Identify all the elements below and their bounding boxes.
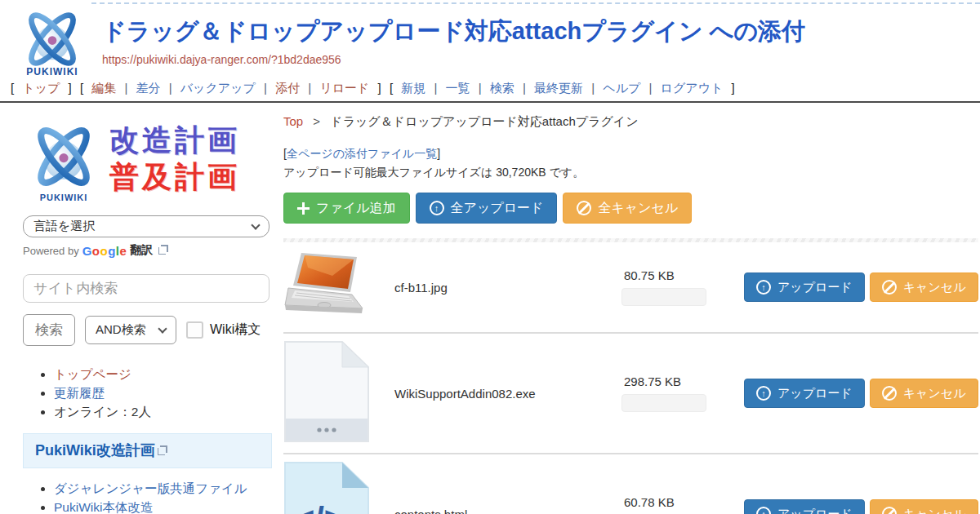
nav-backup[interactable]: バックアップ bbox=[180, 81, 256, 95]
nav-logout[interactable]: ログアウト bbox=[661, 81, 724, 95]
cancel-button[interactable]: キャンセル bbox=[870, 379, 978, 408]
chevron-down-icon bbox=[251, 220, 260, 229]
bracket: [ bbox=[390, 81, 393, 95]
upload-label: アップロード bbox=[777, 386, 853, 401]
add-file-label: ファイル追加 bbox=[316, 200, 396, 217]
file-row: cf-b11.jpg 80.75 KB ↑ アップロード キャンセル bbox=[283, 242, 978, 332]
plus-icon bbox=[297, 202, 310, 215]
site-search-input[interactable] bbox=[23, 274, 270, 303]
upload-button[interactable]: ↑ アップロード bbox=[744, 379, 865, 408]
chevron-down-icon bbox=[158, 324, 167, 333]
nav-top[interactable]: トップ bbox=[22, 81, 60, 95]
generic-file-icon bbox=[283, 340, 370, 443]
file-name: cf-b11.jpg bbox=[391, 281, 621, 295]
upload-circle-icon: ↑ bbox=[756, 280, 771, 295]
ban-icon bbox=[882, 280, 897, 295]
separator: | bbox=[649, 81, 653, 95]
file-name: WikiSupportAddin082.exe bbox=[391, 387, 621, 401]
upload-button[interactable]: ↑ アップロード bbox=[744, 499, 865, 514]
sidebar-link-core-mod[interactable]: PukiWiki本体改造 bbox=[54, 500, 153, 514]
file-thumbnail: </> bbox=[283, 461, 391, 514]
file-name: contents.html bbox=[391, 507, 621, 514]
upload-all-button[interactable]: ↑ 全アップロード bbox=[416, 193, 558, 224]
sidebar-section-header: PukiWiki改造計画 bbox=[23, 433, 272, 468]
language-select-value: 言語を選択 bbox=[33, 219, 95, 234]
list-item: 更新履歴 bbox=[54, 384, 272, 402]
sidebar: PUKIWIKI 改造計画 普及計画 言語を選択 Powered by Goog… bbox=[0, 103, 282, 514]
nav-help[interactable]: ヘルプ bbox=[603, 81, 640, 95]
translate-link[interactable]: 翻訳 bbox=[130, 243, 153, 258]
search-mode-select[interactable]: AND検索 bbox=[85, 316, 176, 344]
separator: | bbox=[434, 81, 437, 95]
ban-icon bbox=[577, 201, 591, 215]
sidebar-banner[interactable]: PUKIWIKI 改造計画 普及計画 bbox=[23, 114, 272, 202]
list-item: PukiWiki本体改造 bbox=[54, 498, 272, 514]
ban-icon bbox=[882, 386, 897, 401]
external-link-icon bbox=[158, 247, 166, 255]
nav-edit[interactable]: 編集 bbox=[91, 81, 116, 95]
upload-button[interactable]: ↑ アップロード bbox=[744, 273, 865, 302]
upload-circle-icon: ↑ bbox=[430, 201, 444, 215]
bracket: ] bbox=[378, 81, 381, 95]
cancel-button[interactable]: キャンセル bbox=[870, 273, 978, 302]
nav-attach[interactable]: 添付 bbox=[275, 81, 300, 95]
powered-by-text: Powered by bbox=[23, 245, 79, 257]
wiki-syntax-checkbox[interactable] bbox=[186, 321, 203, 339]
nav-new[interactable]: 新規 bbox=[401, 81, 425, 95]
cancel-all-button[interactable]: 全キャンセル bbox=[563, 193, 692, 224]
upload-progress-bar bbox=[621, 394, 706, 412]
sidebar-section-links: ダジャレンジャー版共通ファイル PukiWiki本体改造 PukiWikiテキス… bbox=[54, 480, 272, 514]
sidebar-link-toppage[interactable]: トップページ bbox=[54, 367, 131, 381]
upload-circle-icon: ↑ bbox=[756, 386, 771, 401]
file-size: 298.75 KB bbox=[621, 374, 681, 388]
laptop-photo-thumbnail bbox=[283, 251, 375, 320]
file-size: 80.75 KB bbox=[621, 268, 675, 282]
upload-label: アップロード bbox=[777, 280, 853, 295]
pukiwiki-logo[interactable]: PUKIWIKI bbox=[15, 4, 90, 78]
language-select[interactable]: 言語を選択 bbox=[23, 215, 270, 237]
add-file-button[interactable]: ファイル追加 bbox=[283, 193, 410, 224]
banner-text-kaizou: 改造計画 bbox=[109, 122, 240, 158]
list-item: トップページ bbox=[54, 366, 272, 383]
atom-logo-icon bbox=[24, 114, 103, 199]
nav-list[interactable]: 一覧 bbox=[446, 81, 470, 95]
breadcrumb: Top > ドラッグ＆ドロップアップロード対応attachプラグイン bbox=[283, 113, 978, 130]
nav-recent[interactable]: 最終更新 bbox=[534, 81, 583, 95]
list-item: オンライン：2人 bbox=[54, 403, 272, 421]
cancel-button[interactable]: キャンセル bbox=[870, 499, 978, 514]
main-content: Top > ドラッグ＆ドロップアップロード対応attachプラグイン [全ページ… bbox=[282, 103, 980, 514]
code-file-icon: </> bbox=[283, 461, 370, 514]
nav-diff[interactable]: 差分 bbox=[136, 81, 161, 95]
wiki-syntax-label: Wiki構文 bbox=[210, 321, 261, 339]
breadcrumb-home[interactable]: Top bbox=[283, 114, 303, 128]
breadcrumb-separator: > bbox=[313, 114, 320, 128]
file-row: WikiSupportAddin082.exe 298.75 KB ↑ アップロ… bbox=[283, 332, 978, 453]
sidebar-link-common-files[interactable]: ダジャレンジャー版共通ファイル bbox=[54, 481, 247, 495]
code-glyph: </> bbox=[295, 500, 345, 514]
nav-search[interactable]: 検索 bbox=[490, 81, 514, 95]
separator: | bbox=[479, 81, 482, 95]
bracket: ] bbox=[437, 147, 440, 160]
google-logo: Google bbox=[82, 244, 127, 258]
search-button[interactable]: 検索 bbox=[23, 314, 75, 346]
page-title: ドラッグ＆ドロップアップロード対応attachプラグイン への添付 bbox=[102, 18, 805, 45]
separator: | bbox=[169, 81, 172, 95]
separator: | bbox=[308, 81, 311, 95]
section-title-link[interactable]: PukiWiki改造計画 bbox=[35, 442, 155, 459]
upload-toolbar: ファイル追加 ↑ 全アップロード 全キャンセル bbox=[283, 193, 978, 224]
nav-reload[interactable]: リロード bbox=[319, 81, 369, 95]
attach-list-line: [全ページの添付ファイル一覧] bbox=[283, 147, 978, 162]
powered-by-google: Powered by Google 翻訳 bbox=[23, 243, 272, 258]
page-url-link[interactable]: https://pukiwiki.dajya-ranger.com/?1bd2d… bbox=[102, 53, 805, 66]
sidebar-link-history[interactable]: 更新履歴 bbox=[54, 386, 105, 400]
upload-label: アップロード bbox=[777, 507, 853, 514]
all-attachments-link[interactable]: 全ページの添付ファイル一覧 bbox=[287, 147, 437, 160]
file-size: 60.78 KB bbox=[621, 495, 675, 509]
bracket: ] bbox=[732, 81, 735, 95]
online-count: オンライン：2人 bbox=[54, 405, 151, 419]
upload-progress-bar bbox=[621, 288, 706, 306]
atom-logo-icon bbox=[15, 4, 90, 74]
file-row: </> contents.html 60.78 KB ↑ アップロード キャンセ… bbox=[283, 453, 978, 514]
top-navigation: [ トップ ] [ 編集 | 差分 | バックアップ | 添付 | リロード ]… bbox=[0, 79, 980, 101]
page-header: PUKIWIKI ドラッグ＆ドロップアップロード対応attachプラグイン への… bbox=[0, 0, 980, 79]
